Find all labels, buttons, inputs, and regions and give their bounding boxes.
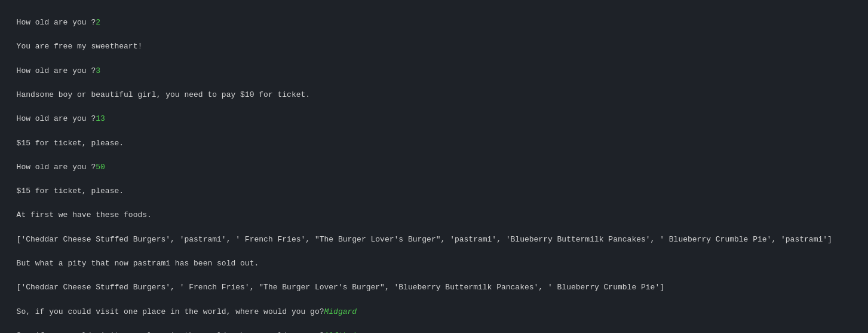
line-3: How old are you ?3 xyxy=(17,66,100,75)
line-13: So, if you could visit one place in the … xyxy=(17,307,357,316)
line-10: ['Cheddar Cheese Stuffed Burgers', 'past… xyxy=(17,235,832,244)
line-6: $15 for ticket, please. xyxy=(17,139,124,148)
line-11: But what a pity that now pastrami has be… xyxy=(17,259,259,268)
line-8: $15 for ticket, please. xyxy=(17,187,124,195)
terminal-output: How old are you ?2 You are free my sweet… xyxy=(7,5,861,333)
line-9: At first we have these foods. xyxy=(17,210,152,219)
line-5: How old are you ?13 xyxy=(17,114,105,123)
line-1: How old are you ?2 xyxy=(17,18,100,27)
line-2: You are free my sweetheart! xyxy=(17,42,143,51)
line-4: Handsome boy or beautiful girl, you need… xyxy=(17,90,310,99)
line-7: How old are you ?50 xyxy=(17,163,105,172)
line-12: ['Cheddar Cheese Stuffed Burgers', ' Fre… xyxy=(17,283,664,292)
